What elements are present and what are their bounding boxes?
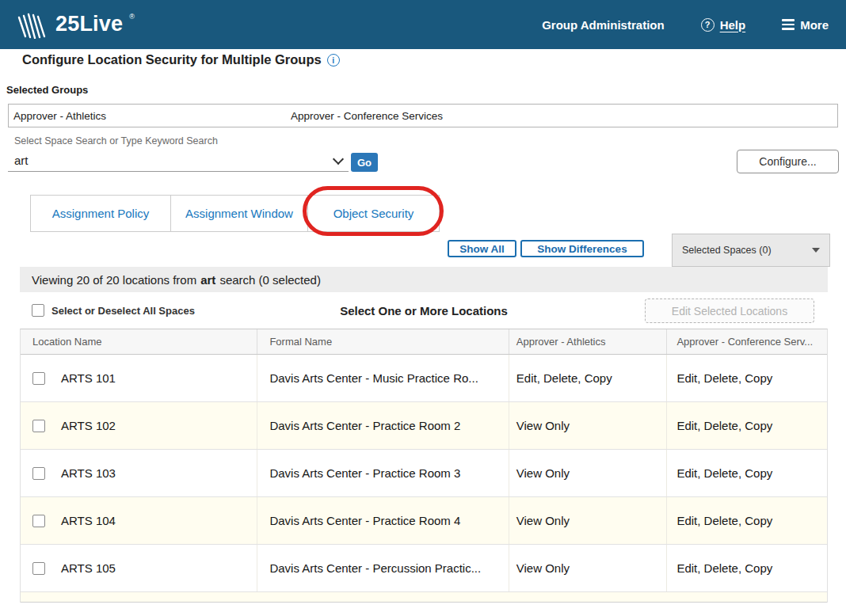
- tab-bar: Assignment Policy Assignment Window Obje…: [30, 195, 440, 232]
- search-label: Select Space Search or Type Keyword Sear…: [14, 135, 218, 146]
- page-title: Configure Location Security for Multiple…: [22, 52, 322, 67]
- registered-mark: ®: [129, 13, 135, 21]
- help-icon: ?: [701, 18, 715, 32]
- athletics-permission: View Only: [509, 497, 668, 544]
- location-name: ARTS 104: [61, 514, 116, 527]
- row-checkbox[interactable]: [32, 562, 45, 575]
- table-row[interactable]: ARTS 103 Davis Arts Center - Practice Ro…: [21, 450, 827, 497]
- formal-name: Davis Arts Center - Practice Room 4: [257, 497, 509, 544]
- tab-assignment-window[interactable]: Assignment Window: [170, 195, 308, 232]
- column-header-formal-name: Formal Name: [257, 329, 509, 354]
- tab-object-security[interactable]: Object Security: [307, 195, 440, 232]
- table-row-partial: [21, 592, 827, 603]
- location-name: ARTS 101: [61, 371, 116, 385]
- location-name: ARTS 103: [61, 466, 116, 480]
- brand-name: 25Live: [55, 10, 123, 37]
- app-window: 25Live ® Group Administration ? Help Mor…: [0, 0, 846, 616]
- nav-more-label: More: [800, 18, 829, 32]
- status-search-term: art: [200, 273, 215, 287]
- conference-permission: Edit, Delete, Copy: [667, 402, 827, 449]
- row-checkbox[interactable]: [32, 372, 45, 385]
- chevron-down-icon: [812, 248, 820, 253]
- search-value: art: [14, 154, 29, 167]
- location-name: ARTS 102: [61, 419, 116, 432]
- tab-assignment-policy[interactable]: Assignment Policy: [30, 195, 171, 232]
- status-bar: Viewing 20 of 20 locations from art sear…: [20, 267, 828, 292]
- go-button[interactable]: Go: [351, 153, 378, 172]
- nav-help[interactable]: ? Help: [701, 18, 746, 32]
- table-header-row: Location Name Formal Name Approver - Ath…: [21, 329, 827, 355]
- hamburger-icon: [782, 19, 795, 30]
- column-header-approver-conference: Approver - Conference Serv...: [667, 329, 827, 354]
- 25live-fan-icon: [17, 12, 49, 39]
- column-header-location-name: Location Name: [21, 329, 257, 354]
- column-header-approver-athletics: Approver - Athletics: [509, 329, 668, 354]
- table-row[interactable]: ARTS 101 Davis Arts Center - Music Pract…: [21, 355, 827, 402]
- conference-permission: Edit, Delete, Copy: [667, 497, 827, 544]
- selected-group: Approver - Conference Services: [291, 110, 443, 122]
- table-row[interactable]: ARTS 102 Davis Arts Center - Practice Ro…: [21, 402, 827, 450]
- table-row[interactable]: ARTS 105 Davis Arts Center - Percussion …: [21, 545, 827, 592]
- athletics-permission: Edit, Delete, Copy: [509, 355, 668, 401]
- show-all-button[interactable]: Show All: [448, 240, 516, 257]
- athletics-permission: View Only: [509, 545, 668, 591]
- conference-permission: Edit, Delete, Copy: [667, 355, 827, 401]
- status-prefix: Viewing 20 of 20 locations from: [32, 273, 196, 287]
- row-checkbox[interactable]: [32, 515, 45, 527]
- chevron-down-icon[interactable]: [333, 154, 344, 165]
- info-icon[interactable]: i: [327, 54, 340, 67]
- formal-name: Davis Arts Center - Music Practice Ro...: [257, 355, 509, 401]
- nav-help-label: Help: [720, 18, 746, 32]
- location-name: ARTS 105: [61, 561, 116, 575]
- formal-name: Davis Arts Center - Practice Room 3: [257, 450, 509, 496]
- row-checkbox[interactable]: [32, 467, 45, 480]
- 25live-logo[interactable]: 25Live ®: [17, 10, 135, 39]
- selected-spaces-label: Selected Spaces (0): [682, 245, 772, 256]
- nav-group-administration[interactable]: Group Administration: [542, 18, 664, 32]
- formal-name: Davis Arts Center - Practice Room 2: [257, 402, 509, 449]
- status-suffix: search (0 selected): [219, 273, 321, 287]
- show-differences-button[interactable]: Show Differences: [520, 240, 644, 257]
- selected-group: Approver - Athletics: [13, 110, 106, 122]
- search-input[interactable]: art: [8, 150, 349, 172]
- table-row[interactable]: ARTS 104 Davis Arts Center - Practice Ro…: [21, 497, 827, 545]
- top-navbar: 25Live ® Group Administration ? Help Mor…: [0, 0, 846, 49]
- selected-groups-label: Selected Groups: [6, 84, 88, 96]
- selected-spaces-dropdown[interactable]: Selected Spaces (0): [672, 234, 830, 267]
- nav-more[interactable]: More: [782, 18, 829, 32]
- athletics-permission: View Only: [509, 450, 668, 496]
- athletics-permission: View Only: [509, 402, 668, 449]
- conference-permission: Edit, Delete, Copy: [667, 450, 827, 496]
- selected-groups-box: Approver - Athletics Approver - Conferen…: [8, 104, 838, 127]
- edit-selected-locations-button[interactable]: Edit Selected Locations: [645, 298, 814, 323]
- page-title-row: Configure Location Security for Multiple…: [22, 52, 340, 67]
- conference-permission: Edit, Delete, Copy: [667, 545, 827, 591]
- configure-button[interactable]: Configure...: [737, 150, 839, 173]
- row-checkbox[interactable]: [32, 420, 45, 432]
- locations-table: Location Name Formal Name Approver - Ath…: [20, 329, 828, 603]
- navbar-menu: Group Administration ? Help More: [542, 18, 829, 32]
- formal-name: Davis Arts Center - Percussion Practic..…: [257, 545, 509, 591]
